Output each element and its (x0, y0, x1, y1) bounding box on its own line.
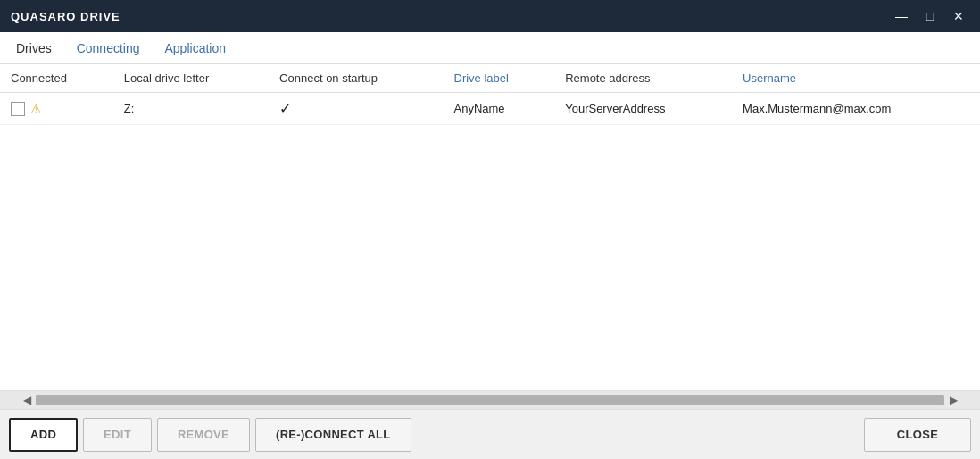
window-controls: — □ ✕ (891, 5, 969, 27)
title-bar: QUASARO DRIVE — □ ✕ (0, 0, 980, 32)
col-username: Username (732, 64, 980, 93)
cell-local-drive: Z: (113, 93, 269, 125)
col-connected: Connected (0, 64, 113, 93)
maximize-button[interactable]: □ (919, 5, 941, 27)
cell-connected: ⚠ (0, 93, 113, 125)
drives-table: Connected Local drive letter Connect on … (0, 64, 980, 125)
remove-button[interactable]: REMOVE (157, 418, 250, 452)
add-button[interactable]: ADD (9, 418, 78, 452)
reconnect-all-button[interactable]: (RE-)CONNECT ALL (255, 418, 411, 452)
connected-checkbox[interactable] (11, 102, 25, 116)
minimize-button[interactable]: — (891, 5, 912, 27)
col-drive-label: Drive label (444, 64, 555, 93)
app-title: QUASARO DRIVE (11, 10, 120, 23)
edit-button[interactable]: EDIT (83, 418, 152, 452)
scrollbar-thumb[interactable] (36, 395, 944, 405)
menu-item-drives[interactable]: Drives (4, 36, 64, 61)
cell-connect-startup: ✓ (269, 93, 443, 125)
menu-bar: Drives Connecting Application (0, 32, 980, 64)
col-remote-address: Remote address (554, 64, 732, 93)
main-content: Connected Local drive letter Connect on … (0, 64, 980, 459)
scrollbar-track[interactable] (36, 395, 944, 405)
menu-item-connecting[interactable]: Connecting (64, 36, 153, 61)
cell-drive-label: AnyName (444, 93, 555, 125)
close-window-button[interactable]: ✕ (948, 5, 969, 27)
table-container: Connected Local drive letter Connect on … (0, 64, 980, 391)
menu-item-application[interactable]: Application (153, 36, 239, 61)
startup-checkbox[interactable]: ✓ (279, 100, 291, 117)
cell-remote-address: YourServerAddress (554, 93, 732, 125)
scroll-right-arrow[interactable]: ▶ (944, 391, 962, 409)
warning-icon: ⚠ (30, 102, 42, 116)
scroll-left-arrow[interactable]: ◀ (18, 391, 36, 409)
cell-username: Max.Mustermann@max.com (732, 93, 980, 125)
horizontal-scrollbar[interactable]: ◀ ▶ (0, 391, 980, 409)
col-connect-startup: Connect on startup (269, 64, 443, 93)
close-button[interactable]: CLOSE (864, 418, 971, 452)
bottom-toolbar: ADD EDIT REMOVE (RE-)CONNECT ALL CLOSE (0, 409, 980, 459)
table-row[interactable]: ⚠ Z: ✓ AnyName YourServerAddress Max.Mus… (0, 93, 980, 125)
col-local-drive: Local drive letter (113, 64, 269, 93)
table-header-row: Connected Local drive letter Connect on … (0, 64, 980, 93)
